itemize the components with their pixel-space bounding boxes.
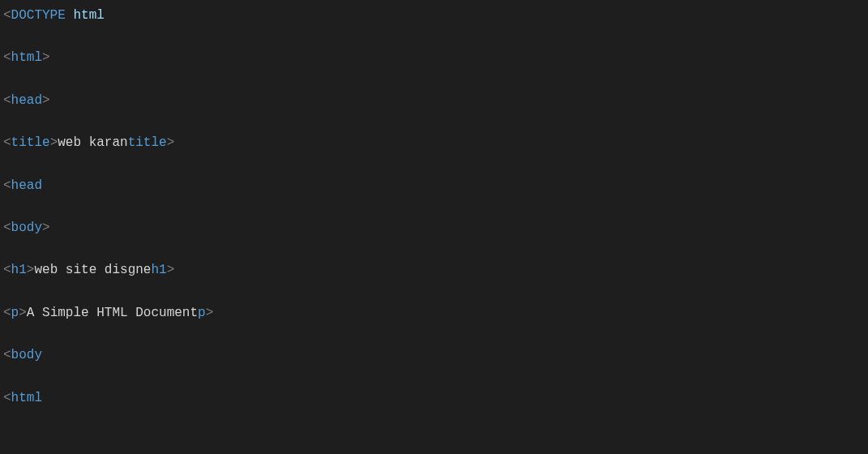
title-content: web karan <box>58 135 127 150</box>
bracket: < <box>3 221 11 235</box>
bracket: < <box>3 391 11 405</box>
bracket: > <box>42 50 50 65</box>
bracket: > <box>50 135 58 150</box>
bracket: < <box>3 306 11 320</box>
bracket: < <box>3 348 11 362</box>
html-tag: html <box>11 391 42 405</box>
code-line-3: <head> <box>3 92 865 109</box>
code-line-7: <h1>web site disgneh1> <box>3 261 865 279</box>
title-close-tag: title <box>128 135 167 150</box>
doctype-keyword: DOCTYPE <box>11 8 66 23</box>
bracket: < <box>3 263 11 277</box>
code-line-6: <body> <box>3 219 865 237</box>
bracket: > <box>27 263 35 277</box>
title-open-tag: title <box>11 135 50 150</box>
code-line-4: <title>web karantitle> <box>3 134 865 152</box>
h1-content: web site disgne <box>34 263 151 277</box>
h1-open-tag: h1 <box>11 263 27 277</box>
bracket: > <box>42 221 50 235</box>
code-line-2: <html> <box>3 49 865 66</box>
code-line-10: <html <box>3 389 865 407</box>
code-editor[interactable]: <DOCTYPE html <html> <head> <title>web k… <box>0 0 868 413</box>
head-tag: head <box>11 93 42 108</box>
bracket: > <box>167 263 175 277</box>
code-line-8: <p>A Simple HTML Documentp> <box>3 304 865 322</box>
bracket: < <box>3 8 11 23</box>
code-line-9: <body <box>3 346 865 364</box>
h1-close-tag: h1 <box>151 263 166 277</box>
p-open-tag: p <box>11 306 19 320</box>
bracket: < <box>3 93 11 108</box>
bracket: > <box>42 93 50 108</box>
code-line-5: <head <box>3 177 865 195</box>
bracket: > <box>206 306 214 320</box>
body-tag: body <box>11 221 42 235</box>
bracket: < <box>3 178 11 193</box>
code-line-1: <DOCTYPE html <box>3 6 865 24</box>
bracket: > <box>167 135 175 150</box>
p-close-tag: p <box>198 306 206 320</box>
bracket: < <box>3 50 11 65</box>
p-content: A Simple HTML Document <box>27 306 198 320</box>
html-tag: html <box>11 50 42 65</box>
space <box>66 8 74 23</box>
bracket: > <box>19 306 27 320</box>
bracket: < <box>3 135 11 150</box>
html-attr: html <box>73 8 104 23</box>
body-tag: body <box>11 348 42 362</box>
head-tag: head <box>11 178 42 193</box>
